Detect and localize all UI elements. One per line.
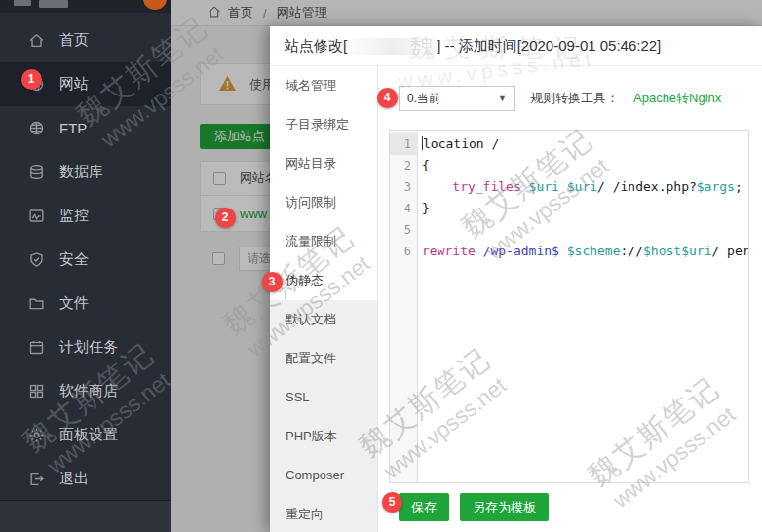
editor-line[interactable]: 2{ bbox=[390, 155, 748, 176]
modal-menu-item-伪静态[interactable]: 伪静态 bbox=[270, 261, 377, 300]
modal-menu-item-Composer[interactable]: Composer bbox=[270, 456, 377, 495]
sidebar-item-label: FTP bbox=[59, 120, 87, 136]
annotation-badge-3: 3 bbox=[262, 272, 283, 292]
modal-menu-item-重定向[interactable]: 重定向 bbox=[270, 495, 377, 532]
code-text: try_files $uri $uri/ /index.php?$args; bbox=[418, 176, 743, 198]
modal-menu-item-子目录绑定[interactable]: 子目录绑定 bbox=[270, 105, 377, 144]
editor-lines: 1location /2{3 try_files $uri $uri/ /ind… bbox=[390, 131, 748, 262]
annotation-badge-4: 4 bbox=[377, 88, 398, 108]
line-number: 4 bbox=[390, 198, 418, 219]
chevron-down-icon: ▼ bbox=[498, 94, 507, 103]
line-number: 6 bbox=[390, 241, 418, 262]
logo-fragment bbox=[14, 0, 31, 6]
code-text: } bbox=[418, 198, 430, 219]
logo-fragment bbox=[39, 0, 68, 8]
cron-icon bbox=[27, 339, 45, 357]
logout-icon bbox=[27, 471, 45, 488]
sidebar-item-监控[interactable]: 监控 bbox=[0, 194, 171, 238]
modal-title-suffix: ] -- 添加时间[2020-09-01 05:46:22] bbox=[437, 37, 661, 56]
code-text: { bbox=[418, 155, 430, 176]
code-text: location / bbox=[418, 133, 499, 155]
line-number: 2 bbox=[390, 155, 418, 176]
files-icon bbox=[27, 295, 45, 313]
ftp-icon bbox=[27, 120, 45, 137]
modal-menu: 域名管理子目录绑定网站目录访问限制流量限制伪静态默认文档配置文件SSLPHP版本… bbox=[270, 66, 378, 532]
modal-menu-item-域名管理[interactable]: 域名管理 bbox=[270, 66, 377, 105]
sidebar-item-数据库[interactable]: 数据库 bbox=[0, 150, 171, 194]
appstore-icon bbox=[27, 383, 45, 400]
rewrite-rule-select[interactable]: 0.当前 ▼ bbox=[399, 86, 515, 111]
modal-title-prefix: 站点修改[ bbox=[285, 37, 347, 56]
sidebar-item-label: 退出 bbox=[59, 470, 89, 488]
sidebar-item-label: 监控 bbox=[59, 207, 89, 225]
annotation-badge-1: 1 bbox=[21, 69, 42, 90]
rewrite-rule-selected-value: 0.当前 bbox=[407, 91, 440, 107]
editor-line[interactable]: 1location / bbox=[390, 133, 748, 155]
sidebar-item-退出[interactable]: 退出 bbox=[0, 457, 171, 501]
security-icon bbox=[27, 251, 45, 269]
sidebar-item-文件[interactable]: 文件 bbox=[0, 282, 171, 325]
editor-line[interactable]: 3 try_files $uri $uri/ /index.php?$args; bbox=[390, 176, 748, 198]
sidebar-item-label: 面板设置 bbox=[59, 426, 118, 444]
editor-line[interactable]: 5 bbox=[390, 219, 748, 241]
modal-menu-item-配置文件[interactable]: 配置文件 bbox=[270, 339, 377, 378]
home-icon bbox=[27, 32, 45, 50]
modal-menu-item-PHP版本[interactable]: PHP版本 bbox=[270, 417, 377, 456]
modal-footer: 保存 另存为模板 bbox=[399, 493, 750, 521]
line-number: 3 bbox=[390, 176, 418, 198]
sidebar-item-label: 软件商店 bbox=[59, 382, 118, 400]
rewrite-code-editor[interactable]: 1location /2{3 try_files $uri $uri/ /ind… bbox=[389, 130, 749, 483]
rewrite-toolbar: 0.当前 ▼ 规则转换工具： Apache转Nginx bbox=[399, 86, 750, 111]
annotation-badge-5: 5 bbox=[382, 492, 402, 513]
line-number: 1 bbox=[390, 133, 418, 155]
sidebar-item-软件商店[interactable]: 软件商店 bbox=[0, 369, 171, 413]
code-text: rewrite /wp-admin$ $scheme://$host$uri/ … bbox=[418, 241, 749, 262]
settings-icon bbox=[27, 427, 45, 444]
save-as-template-button[interactable]: 另存为模板 bbox=[460, 493, 549, 521]
sidebar-item-label: 文件 bbox=[59, 294, 89, 313]
sidebar-item-首页[interactable]: 首页 bbox=[0, 19, 171, 62]
sidebar-item-label: 首页 bbox=[59, 31, 89, 50]
modal-menu-item-流量限制[interactable]: 流量限制 bbox=[270, 222, 377, 261]
sidebar-footer bbox=[0, 500, 171, 532]
converter-label: 规则转换工具： bbox=[530, 90, 619, 107]
sidebar-item-label: 网站 bbox=[59, 75, 89, 94]
sidebar-item-FTP[interactable]: FTP bbox=[0, 106, 171, 150]
app-root: 首页网站FTP数据库监控安全文件计划任务软件商店面板设置退出 首页 / 网站管理… bbox=[0, 0, 762, 532]
censored-site-name bbox=[349, 38, 435, 55]
site-settings-modal: 站点修改[ ] -- 添加时间[2020-09-01 05:46:22] 域名管… bbox=[270, 26, 762, 532]
apache-to-nginx-link[interactable]: Apache转Nginx bbox=[633, 90, 721, 107]
modal-menu-item-默认文档[interactable]: 默认文档 bbox=[270, 300, 377, 339]
sidebar-item-label: 数据库 bbox=[59, 163, 103, 181]
editor-line[interactable]: 6rewrite /wp-admin$ $scheme://$host$uri/… bbox=[390, 241, 748, 262]
modal-menu-item-网站目录[interactable]: 网站目录 bbox=[270, 144, 377, 183]
modal-title: 站点修改[ ] -- 添加时间[2020-09-01 05:46:22] bbox=[270, 26, 762, 66]
sidebar-item-计划任务[interactable]: 计划任务 bbox=[0, 325, 171, 369]
modal-content: 0.当前 ▼ 规则转换工具： Apache转Nginx 1location /2… bbox=[378, 66, 762, 532]
sidebar-item-label: 计划任务 bbox=[59, 338, 118, 357]
monitor-icon bbox=[27, 208, 45, 225]
database-icon bbox=[27, 164, 45, 181]
code-text bbox=[418, 219, 422, 241]
modal-body: 域名管理子目录绑定网站目录访问限制流量限制伪静态默认文档配置文件SSLPHP版本… bbox=[270, 66, 762, 532]
sidebar-header bbox=[0, 0, 171, 13]
line-number: 5 bbox=[390, 219, 418, 241]
editor-line[interactable]: 4} bbox=[390, 198, 748, 219]
annotation-badge-2: 2 bbox=[215, 208, 236, 228]
sidebar-item-安全[interactable]: 安全 bbox=[0, 238, 171, 282]
modal-menu-item-SSL[interactable]: SSL bbox=[270, 378, 377, 417]
save-button[interactable]: 保存 bbox=[399, 493, 449, 521]
sidebar-item-面板设置[interactable]: 面板设置 bbox=[0, 413, 171, 457]
notice-dot-icon[interactable] bbox=[143, 0, 167, 10]
modal-menu-item-访问限制[interactable]: 访问限制 bbox=[270, 183, 377, 222]
sidebar-item-label: 安全 bbox=[59, 250, 89, 269]
